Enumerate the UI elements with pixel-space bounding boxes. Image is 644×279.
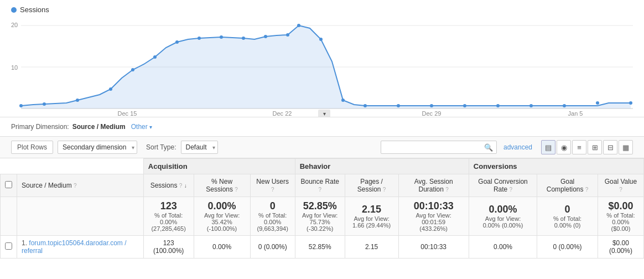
total-goal-value-sub1: % of Total: (603, 212, 639, 219)
total-goal-conv-sub1: Avg for View: (474, 215, 532, 222)
avg-session-th: Avg. Session Duration ? (398, 174, 469, 197)
row1-goal-comp-cell: 0 (0.00%) (537, 236, 598, 259)
total-avg-value: 00:10:33 (403, 200, 464, 212)
row1-bounce-cell: 52.85% (295, 236, 345, 259)
goal-comp-help-icon[interactable]: ? (585, 187, 589, 193)
chart-point (43, 102, 46, 106)
secondary-dim-select[interactable]: Secondary dimension (58, 141, 137, 154)
total-avg-session-cell: 00:10:33 Avg for View: 00:01:59 (433.26%… (398, 197, 469, 236)
avg-session-help-icon[interactable]: ? (445, 187, 449, 193)
total-goal-value-sub2: 0.00% ($0.00) (603, 219, 639, 232)
row1-bounce-value: 52.85% (309, 243, 331, 251)
y-label-10: 10 (11, 64, 18, 71)
chart-point (341, 99, 345, 102)
total-bounce-rate-cell: 52.85% Avg for View: 75.73% (-30.22%) (295, 197, 345, 236)
total-avg-sub1: Avg for View: (403, 212, 464, 219)
plot-rows-btn[interactable]: Plot Rows (11, 141, 53, 154)
row1-new-users-cell: 0 (0.00%) (250, 236, 295, 259)
y-label-20: 20 (11, 22, 18, 28)
advanced-link[interactable]: advanced (503, 143, 532, 151)
total-pages-value: 2.15 (350, 204, 394, 215)
total-goal-comp-cell: 0 % of Total: 0.00% (0) (537, 197, 598, 236)
total-pages-sub2: 1.66 (29.44%) (350, 222, 394, 229)
pages-help-icon[interactable]: ? (383, 187, 386, 193)
chart-point (430, 104, 433, 107)
sort-type-select-wrap[interactable]: Default (181, 141, 218, 154)
total-bounce-sub1: Avg for View: (300, 212, 340, 219)
view-icon-list-btn[interactable]: ≡ (572, 140, 586, 154)
view-icon-pivot-btn[interactable]: ⊞ (588, 140, 602, 154)
total-sessions-sub1: % of Total: (148, 212, 189, 219)
row1-avg-session-cell: 00:10:33 (398, 236, 469, 259)
search-box: 🔍 (381, 141, 497, 154)
chart-point (175, 40, 179, 44)
x-label-dec22: Dec 22 (273, 110, 292, 117)
sort-type-select[interactable]: Default (181, 141, 218, 154)
chart-point (319, 38, 323, 41)
total-bounce-sub3: (-30.22%) (300, 225, 340, 232)
chart-point (563, 104, 566, 107)
chart-area: 20 10 (11, 17, 633, 117)
row1-name-link[interactable]: forum.topic105064.darodar.com / referral (22, 239, 126, 255)
source-medium-help-icon[interactable]: ? (74, 183, 77, 189)
sessions-sort-icon[interactable]: ↓ (184, 183, 187, 189)
section-header-row: Acquisition Behavior Conversions (1, 159, 644, 174)
other-label: Other (131, 123, 148, 131)
conversions-header: Conversions (469, 159, 643, 174)
chart-point (496, 104, 500, 107)
chart-point (153, 55, 157, 59)
goal-conv-rate-label: Goal Conversion Rate ? (474, 178, 532, 193)
view-icon-compare-btn[interactable]: ⊟ (603, 140, 617, 154)
pct-new-help-icon[interactable]: ? (235, 187, 238, 193)
goal-value-th: Goal Value ? (598, 174, 643, 197)
x-label-dec29: Dec 29 (422, 110, 442, 117)
chart-dot (11, 7, 17, 13)
total-goal-conv-value: 0.00% (474, 204, 532, 215)
goal-completions-label: Goal Completions ? (542, 178, 593, 193)
row1-goal-conv-cell: 0.00% (469, 236, 537, 259)
row1-checkbox[interactable] (5, 242, 12, 250)
bounce-help-icon[interactable]: ? (318, 187, 321, 193)
row1-pages-value: 2.15 (365, 243, 378, 251)
pages-session-label: Pages / Session ? (350, 178, 394, 193)
total-goal-comp-value: 0 (542, 204, 593, 215)
total-bounce-value: 52.85% (300, 200, 340, 212)
total-label-cell (17, 197, 144, 236)
view-icon-grid-btn[interactable]: ▤ (541, 140, 555, 154)
total-avg-sub2: 00:01:59 (403, 219, 464, 225)
goal-conv-help-icon[interactable]: ? (510, 187, 513, 193)
total-pages-session-cell: 2.15 Avg for View: 1.66 (29.44%) (345, 197, 398, 236)
chart-point (286, 33, 289, 37)
sessions-help-icon[interactable]: ? (179, 183, 183, 189)
other-dropdown-btn[interactable]: Other ▾ (129, 122, 154, 132)
svg-text:▾: ▾ (323, 111, 326, 117)
total-pct-new-sub1: Avg for View: (199, 212, 246, 219)
other-arrow-icon: ▾ (149, 124, 152, 130)
goal-value-help-icon[interactable]: ? (619, 187, 622, 193)
row1-checkbox-cell (1, 236, 17, 259)
chart-point (19, 104, 23, 107)
bounce-rate-label: Bounce Rate ? (300, 178, 340, 193)
new-users-th: New Users ? (250, 174, 295, 197)
total-sessions-sub2: 0.00% (148, 219, 189, 225)
search-input[interactable] (383, 142, 483, 152)
total-new-users-sub3: (9,663,394) (255, 225, 290, 232)
goal-completions-th: Goal Completions ? (537, 174, 598, 197)
total-row: 123 % of Total: 0.00% (27,285,465) 0.00%… (1, 197, 644, 236)
chart-point (363, 104, 367, 107)
total-goal-comp-sub1: % of Total: (542, 215, 593, 222)
total-bounce-sub2: 75.73% (300, 219, 340, 225)
row1-sessions-value: 123 (163, 239, 174, 247)
total-avg-sub3: (433.26%) (403, 225, 464, 232)
row1-goal-value-pct: (0.00%) (609, 247, 632, 255)
secondary-dim-select-wrap[interactable]: Secondary dimension (58, 141, 137, 154)
primary-dim-label: Primary Dimension: (11, 123, 69, 131)
goal-value-label: Goal Value ? (603, 178, 639, 193)
select-all-checkbox[interactable] (5, 181, 12, 188)
view-icon-pie-btn[interactable]: ◉ (557, 140, 571, 154)
search-btn[interactable]: 🔍 (483, 143, 494, 152)
new-users-help-icon[interactable]: ? (271, 187, 274, 193)
view-icon-summary-btn[interactable]: ▦ (619, 140, 633, 154)
behavior-header: Behavior (295, 159, 469, 174)
pct-new-sessions-label: % New Sessions ? (199, 178, 246, 193)
